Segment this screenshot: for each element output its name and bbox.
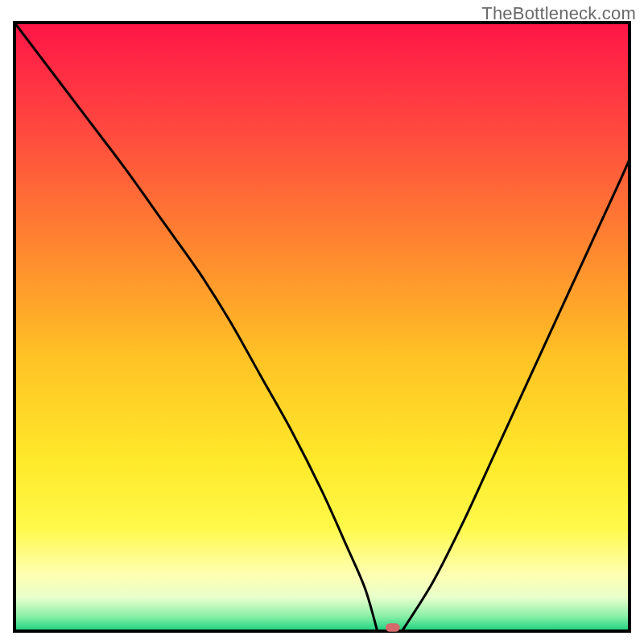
- optimum-marker: [386, 623, 400, 632]
- watermark-label: TheBottleneck.com: [481, 3, 636, 24]
- plot-area: [14, 23, 630, 631]
- bottleneck-curve-chart: [0, 0, 644, 644]
- chart-container: TheBottleneck.com: [0, 0, 644, 644]
